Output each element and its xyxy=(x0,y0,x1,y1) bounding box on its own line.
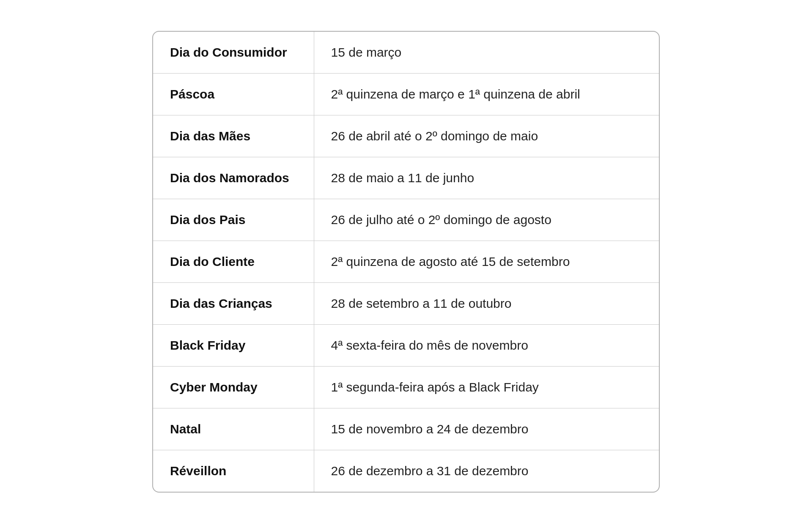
event-label: Dia das Mães xyxy=(153,115,314,157)
event-value: 2ª quinzena de março e 1ª quinzena de ab… xyxy=(314,73,659,115)
event-label: Natal xyxy=(153,408,314,450)
event-value: 15 de novembro a 24 de dezembro xyxy=(314,408,659,450)
event-label: Dia do Cliente xyxy=(153,241,314,282)
event-value: 1ª segunda-feira após a Black Friday xyxy=(314,366,659,408)
table-row: Dia do Consumidor15 de março xyxy=(153,32,659,74)
table-row: Dia do Cliente2ª quinzena de agosto até … xyxy=(153,241,659,282)
event-label: Páscoa xyxy=(153,73,314,115)
table-row: Dia dos Namorados28 de maio a 11 de junh… xyxy=(153,157,659,199)
table-row: Dia dos Pais26 de julho até o 2º domingo… xyxy=(153,199,659,241)
event-label: Cyber Monday xyxy=(153,366,314,408)
event-label: Dia das Crianças xyxy=(153,282,314,324)
event-value: 28 de maio a 11 de junho xyxy=(314,157,659,199)
events-table: Dia do Consumidor15 de marçoPáscoa2ª qui… xyxy=(153,32,659,492)
table-row: Réveillon26 de dezembro a 31 de dezembro xyxy=(153,450,659,492)
event-value: 28 de setembro a 11 de outubro xyxy=(314,282,659,324)
event-value: 2ª quinzena de agosto até 15 de setembro xyxy=(314,241,659,282)
event-value: 26 de julho até o 2º domingo de agosto xyxy=(314,199,659,241)
event-label: Black Friday xyxy=(153,324,314,366)
event-label: Réveillon xyxy=(153,450,314,492)
event-label: Dia do Consumidor xyxy=(153,32,314,74)
table-row: Páscoa2ª quinzena de março e 1ª quinzena… xyxy=(153,73,659,115)
event-value: 26 de abril até o 2º domingo de maio xyxy=(314,115,659,157)
event-label: Dia dos Pais xyxy=(153,199,314,241)
table-row: Dia das Crianças28 de setembro a 11 de o… xyxy=(153,282,659,324)
table-row: Natal15 de novembro a 24 de dezembro xyxy=(153,408,659,450)
event-value: 26 de dezembro a 31 de dezembro xyxy=(314,450,659,492)
table-row: Cyber Monday1ª segunda-feira após a Blac… xyxy=(153,366,659,408)
table-row: Black Friday4ª sexta-feira do mês de nov… xyxy=(153,324,659,366)
event-label: Dia dos Namorados xyxy=(153,157,314,199)
event-value: 15 de março xyxy=(314,32,659,74)
table-row: Dia das Mães26 de abril até o 2º domingo… xyxy=(153,115,659,157)
main-table-container: Dia do Consumidor15 de marçoPáscoa2ª qui… xyxy=(152,31,660,493)
event-value: 4ª sexta-feira do mês de novembro xyxy=(314,324,659,366)
